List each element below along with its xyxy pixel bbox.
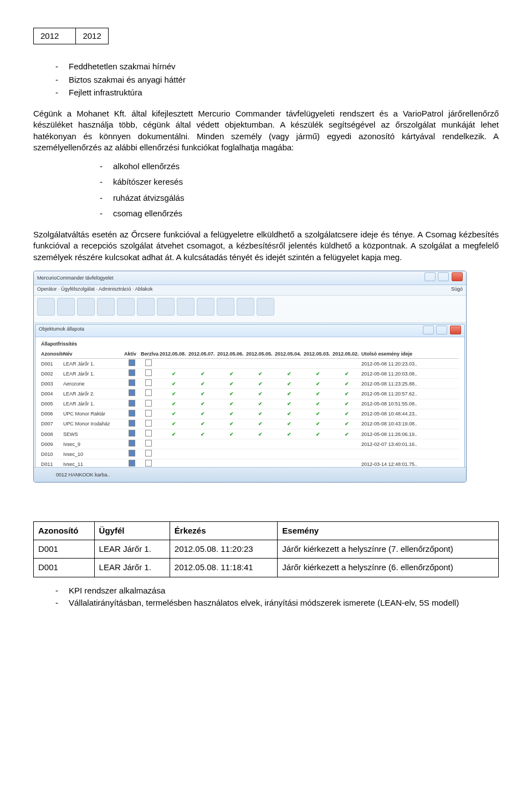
table-row[interactable]: D009Ivsec_92012-02-07 13:40:01.16.. — [41, 439, 459, 449]
toolbar-icon[interactable] — [57, 298, 75, 316]
column-header[interactable]: 2012.05.07. — [188, 351, 217, 357]
check-icon: ✔ — [332, 380, 361, 387]
check-icon: ✔ — [332, 420, 361, 427]
check-icon: ✔ — [304, 390, 332, 397]
checkbox-icon — [129, 430, 135, 437]
paragraph-2: Szolgálatváltás esetén az Őrcsere funkci… — [33, 229, 499, 263]
checkbox-icon — [145, 420, 152, 427]
app-title: MercurioCommander távfelügyelet — [37, 275, 114, 281]
check-icon: ✔ — [217, 371, 246, 377]
checkbox-icon — [145, 450, 152, 456]
table-row: D001LEAR Járőr 1.2012.05.08. 11:18:41Jár… — [34, 559, 499, 577]
list-item: alkohol ellenőrzés — [100, 161, 499, 172]
maximize-icon[interactable] — [438, 272, 449, 281]
checkbox-icon — [129, 359, 135, 366]
check-icon: ✔ — [188, 390, 217, 397]
toolbar-icon[interactable] — [97, 298, 115, 316]
column-header[interactable]: 2012.05.05. — [246, 351, 275, 357]
toolbar-icon[interactable] — [157, 298, 175, 316]
event-table: AzonosítóÜgyfélÉrkezésEsemény D001LEAR J… — [33, 521, 499, 577]
list-item: kábítószer keresés — [100, 176, 499, 187]
column-header: Érkezés — [170, 521, 277, 540]
check-icon: ✔ — [275, 420, 304, 427]
list-item: Fejlett infrastruktúra — [55, 87, 499, 98]
column-header: Azonosító — [34, 521, 95, 540]
app-screenshot: MercurioCommander távfelügyelet Operátor… — [33, 271, 467, 483]
column-header[interactable]: 2012.05.03. — [304, 351, 332, 357]
check-icon: ✔ — [246, 371, 275, 377]
check-icon: ✔ — [332, 371, 361, 377]
checkbox-icon — [129, 450, 135, 456]
column-header[interactable]: Utolsó esemény ideje — [361, 351, 428, 357]
table-row[interactable]: D010Ivsec_10 — [41, 449, 459, 459]
check-icon: ✔ — [275, 410, 304, 417]
check-icon: ✔ — [304, 420, 332, 427]
check-icon: ✔ — [188, 420, 217, 427]
checkbox-icon — [145, 389, 152, 396]
check-icon: ✔ — [246, 410, 275, 417]
table-row[interactable]: D005LEAR Járőr 1.✔✔✔✔✔✔✔2012-05-08 10:51… — [41, 399, 459, 409]
check-icon: ✔ — [188, 400, 217, 407]
check-icon: ✔ — [275, 371, 304, 377]
toolbar-icon[interactable] — [177, 298, 195, 316]
menu-bar[interactable]: Operátor · Ügyfélszolgálat · Adminisztrá… — [37, 286, 153, 292]
minimize-icon[interactable] — [424, 272, 436, 281]
window-controls[interactable] — [423, 272, 463, 283]
toolbar-icon[interactable] — [197, 298, 214, 316]
column-header[interactable]: Aktív — [124, 351, 141, 357]
toolbar-icon[interactable] — [257, 298, 274, 316]
close-icon[interactable] — [452, 272, 463, 281]
column-header[interactable]: 2012.05.08. — [160, 351, 188, 357]
minimize-icon[interactable] — [423, 326, 434, 334]
checkbox-icon — [129, 379, 135, 386]
check-icon: ✔ — [304, 380, 332, 387]
check-icon: ✔ — [304, 371, 332, 377]
check-icon: ✔ — [188, 431, 217, 438]
check-icon: ✔ — [304, 431, 332, 438]
column-header[interactable]: Név — [63, 351, 124, 357]
footer-bullet-list: KPI rendszer alkalmazásaVállalatirányítá… — [55, 585, 499, 609]
toolbar-icon[interactable] — [137, 298, 155, 316]
toolbar-icon[interactable] — [77, 298, 95, 316]
table-row[interactable]: D002LEAR Járőr 1.✔✔✔✔✔✔✔2012-05-08 11:20… — [41, 369, 459, 379]
checkbox-icon — [129, 460, 135, 466]
column-header[interactable]: 2012.05.06. — [217, 351, 246, 357]
table-row[interactable]: D001LEAR Járőr 1.2012-05-08 11:20:23.03.… — [41, 359, 459, 369]
toolbar-icon[interactable] — [117, 298, 135, 316]
status-text: 0012 HANKOOK karba.. — [56, 472, 110, 478]
column-header[interactable]: 2012.05.02. — [332, 351, 361, 357]
inner-window-controls[interactable] — [422, 326, 461, 336]
check-icon: ✔ — [246, 400, 275, 407]
checkbox-icon — [145, 460, 152, 466]
table-row[interactable]: D003Aerozone✔✔✔✔✔✔✔2012-05-08 11:23:25.8… — [41, 379, 459, 389]
table-row[interactable]: D007UPC Monor Irodaház✔✔✔✔✔✔✔2012-05-08 … — [41, 419, 459, 429]
list-item: Biztos szakmai és anyagi háttér — [55, 74, 499, 85]
header-year-table: 2012 2012 — [33, 28, 109, 44]
column-header[interactable]: Berzlva — [141, 351, 160, 357]
table-cell: 2012.05.08. 11:20:23 — [170, 540, 277, 559]
table-row[interactable]: D004LEAR Járőr 2.✔✔✔✔✔✔✔2012-05-08 11:20… — [41, 389, 459, 399]
check-icon: ✔ — [332, 390, 361, 397]
close-icon[interactable] — [450, 326, 461, 334]
check-icon: ✔ — [188, 410, 217, 417]
status-grid: AzonosítóNévAktívBerzlva2012.05.08.2012.… — [41, 349, 459, 475]
column-header[interactable]: 2012.05.04. — [275, 351, 304, 357]
table-cell: Járőr kiérkezett a helyszínre (7. ellenő… — [278, 540, 499, 559]
toolbar-icon[interactable] — [217, 298, 234, 316]
list-item: Feddhetetlen szakmai hírnév — [55, 61, 499, 72]
check-icon: ✔ — [246, 380, 275, 387]
table-row[interactable]: D006UPC Monor Raktár✔✔✔✔✔✔✔2012-05-08 10… — [41, 409, 459, 419]
table-cell: 2012.05.08. 11:18:41 — [170, 559, 277, 577]
check-icon: ✔ — [188, 380, 217, 387]
column-header: Ügyfél — [94, 521, 170, 540]
table-cell: LEAR Járőr 1. — [94, 559, 170, 577]
table-cell: D001 — [34, 540, 95, 559]
toolbar-icon[interactable] — [37, 298, 55, 316]
check-icon: ✔ — [304, 410, 332, 417]
table-cell: LEAR Járőr 1. — [94, 540, 170, 559]
table-row[interactable]: D008SEWS✔✔✔✔✔✔✔2012-05-08 11:26:06.19.. — [41, 429, 459, 439]
maximize-icon[interactable] — [436, 326, 447, 334]
column-header[interactable]: Azonosító — [41, 351, 63, 357]
menu-help[interactable]: Súgó — [451, 286, 463, 292]
toolbar-icon[interactable] — [237, 298, 254, 316]
